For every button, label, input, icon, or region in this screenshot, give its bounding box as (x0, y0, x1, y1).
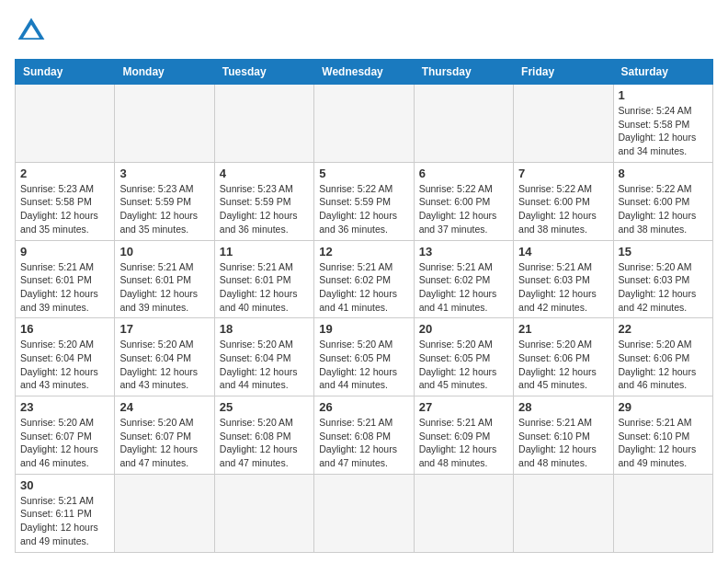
col-header-saturday: Saturday (613, 60, 712, 85)
col-header-tuesday: Tuesday (214, 60, 313, 85)
logo-icon (15, 15, 48, 48)
calendar-cell: 22Sunrise: 5:20 AMSunset: 6:06 PMDayligh… (613, 318, 712, 396)
day-info: Sunrise: 5:20 AMSunset: 6:03 PMDaylight:… (619, 260, 708, 315)
day-number: 12 (319, 245, 408, 259)
day-number: 18 (220, 322, 309, 336)
day-number: 6 (419, 167, 508, 180)
calendar-week-row: 9Sunrise: 5:21 AMSunset: 6:01 PMDaylight… (16, 240, 713, 318)
day-info: Sunrise: 5:21 AMSunset: 6:08 PMDaylight:… (319, 416, 408, 470)
day-info: Sunrise: 5:20 AMSunset: 6:07 PMDaylight:… (119, 416, 209, 470)
calendar-cell (16, 85, 115, 163)
day-info: Sunrise: 5:20 AMSunset: 6:06 PMDaylight:… (518, 338, 608, 392)
calendar-cell (115, 85, 214, 163)
calendar-cell: 21Sunrise: 5:20 AMSunset: 6:06 PMDayligh… (514, 318, 613, 396)
calendar-cell (214, 85, 313, 163)
calendar-cell: 11Sunrise: 5:21 AMSunset: 6:01 PMDayligh… (214, 240, 313, 318)
day-info: Sunrise: 5:21 AMSunset: 6:10 PMDaylight:… (518, 416, 608, 470)
day-info: Sunrise: 5:24 AMSunset: 5:58 PMDaylight:… (619, 104, 708, 158)
calendar-cell: 27Sunrise: 5:21 AMSunset: 6:09 PMDayligh… (414, 396, 513, 475)
day-info: Sunrise: 5:20 AMSunset: 6:07 PMDaylight:… (20, 416, 109, 470)
calendar-cell (414, 85, 513, 163)
day-number: 24 (119, 400, 209, 414)
col-header-wednesday: Wednesday (314, 60, 414, 85)
calendar-cell: 16Sunrise: 5:20 AMSunset: 6:04 PMDayligh… (16, 318, 115, 396)
day-number: 7 (518, 167, 608, 180)
calendar-cell: 6Sunrise: 5:22 AMSunset: 6:00 PMDaylight… (414, 162, 513, 240)
day-info: Sunrise: 5:23 AMSunset: 5:59 PMDaylight:… (220, 182, 309, 236)
calendar-week-row: 1Sunrise: 5:24 AMSunset: 5:58 PMDaylight… (16, 85, 713, 163)
calendar-cell (514, 474, 613, 552)
calendar-table: SundayMondayTuesdayWednesdayThursdayFrid… (15, 59, 713, 553)
calendar-cell: 25Sunrise: 5:20 AMSunset: 6:08 PMDayligh… (214, 396, 313, 475)
calendar-cell (414, 474, 513, 552)
day-info: Sunrise: 5:20 AMSunset: 6:04 PMDaylight:… (119, 338, 209, 392)
day-number: 21 (518, 322, 608, 336)
calendar-week-row: 30Sunrise: 5:21 AMSunset: 6:11 PMDayligh… (16, 474, 713, 552)
calendar-cell: 15Sunrise: 5:20 AMSunset: 6:03 PMDayligh… (613, 240, 712, 318)
calendar-cell (115, 474, 214, 552)
calendar-cell: 10Sunrise: 5:21 AMSunset: 6:01 PMDayligh… (115, 240, 214, 318)
day-number: 23 (20, 400, 109, 414)
day-number: 9 (20, 245, 109, 259)
col-header-sunday: Sunday (16, 60, 115, 85)
calendar-cell: 29Sunrise: 5:21 AMSunset: 6:10 PMDayligh… (613, 396, 712, 475)
day-info: Sunrise: 5:21 AMSunset: 6:02 PMDaylight:… (419, 260, 508, 315)
day-info: Sunrise: 5:21 AMSunset: 6:10 PMDaylight:… (619, 416, 708, 470)
calendar-cell: 14Sunrise: 5:21 AMSunset: 6:03 PMDayligh… (514, 240, 613, 318)
day-info: Sunrise: 5:22 AMSunset: 6:00 PMDaylight:… (419, 182, 508, 236)
calendar-cell (314, 474, 414, 552)
day-number: 30 (20, 478, 109, 492)
page-header (15, 15, 713, 48)
day-number: 11 (220, 245, 309, 259)
day-number: 3 (119, 167, 209, 180)
day-number: 2 (20, 167, 109, 180)
calendar-cell: 24Sunrise: 5:20 AMSunset: 6:07 PMDayligh… (115, 396, 214, 475)
day-number: 5 (319, 167, 408, 180)
day-info: Sunrise: 5:21 AMSunset: 6:01 PMDaylight:… (220, 260, 309, 315)
calendar-cell (314, 85, 414, 163)
day-number: 15 (619, 245, 708, 259)
day-number: 27 (419, 400, 508, 414)
day-number: 1 (619, 88, 708, 102)
day-info: Sunrise: 5:20 AMSunset: 6:04 PMDaylight:… (20, 338, 109, 392)
day-number: 16 (20, 322, 109, 336)
calendar-header-row: SundayMondayTuesdayWednesdayThursdayFrid… (16, 60, 713, 85)
day-number: 10 (119, 245, 209, 259)
calendar-cell: 7Sunrise: 5:22 AMSunset: 6:00 PMDaylight… (514, 162, 613, 240)
day-info: Sunrise: 5:21 AMSunset: 6:11 PMDaylight:… (20, 494, 109, 548)
calendar-cell: 17Sunrise: 5:20 AMSunset: 6:04 PMDayligh… (115, 318, 214, 396)
day-number: 4 (220, 167, 309, 180)
day-number: 20 (419, 322, 508, 336)
day-info: Sunrise: 5:21 AMSunset: 6:02 PMDaylight:… (319, 260, 408, 315)
logo (15, 15, 51, 48)
calendar-cell: 28Sunrise: 5:21 AMSunset: 6:10 PMDayligh… (514, 396, 613, 475)
calendar-cell: 3Sunrise: 5:23 AMSunset: 5:59 PMDaylight… (115, 162, 214, 240)
day-info: Sunrise: 5:20 AMSunset: 6:05 PMDaylight:… (419, 338, 508, 392)
calendar-week-row: 2Sunrise: 5:23 AMSunset: 5:58 PMDaylight… (16, 162, 713, 240)
calendar-cell: 13Sunrise: 5:21 AMSunset: 6:02 PMDayligh… (414, 240, 513, 318)
day-info: Sunrise: 5:20 AMSunset: 6:05 PMDaylight:… (319, 338, 408, 392)
calendar-week-row: 23Sunrise: 5:20 AMSunset: 6:07 PMDayligh… (16, 396, 713, 475)
calendar-cell: 1Sunrise: 5:24 AMSunset: 5:58 PMDaylight… (613, 85, 712, 163)
calendar-cell: 20Sunrise: 5:20 AMSunset: 6:05 PMDayligh… (414, 318, 513, 396)
day-number: 13 (419, 245, 508, 259)
calendar-cell: 4Sunrise: 5:23 AMSunset: 5:59 PMDaylight… (214, 162, 313, 240)
calendar-cell: 26Sunrise: 5:21 AMSunset: 6:08 PMDayligh… (314, 396, 414, 475)
day-info: Sunrise: 5:20 AMSunset: 6:06 PMDaylight:… (619, 338, 708, 392)
day-info: Sunrise: 5:21 AMSunset: 6:03 PMDaylight:… (518, 260, 608, 315)
calendar-cell: 8Sunrise: 5:22 AMSunset: 6:00 PMDaylight… (613, 162, 712, 240)
day-info: Sunrise: 5:20 AMSunset: 6:04 PMDaylight:… (220, 338, 309, 392)
calendar-cell: 30Sunrise: 5:21 AMSunset: 6:11 PMDayligh… (16, 474, 115, 552)
day-info: Sunrise: 5:23 AMSunset: 5:59 PMDaylight:… (119, 182, 209, 236)
day-info: Sunrise: 5:22 AMSunset: 6:00 PMDaylight:… (518, 182, 608, 236)
day-number: 22 (619, 322, 708, 336)
calendar-cell: 9Sunrise: 5:21 AMSunset: 6:01 PMDaylight… (16, 240, 115, 318)
day-info: Sunrise: 5:22 AMSunset: 5:59 PMDaylight:… (319, 182, 408, 236)
calendar-cell: 12Sunrise: 5:21 AMSunset: 6:02 PMDayligh… (314, 240, 414, 318)
calendar-cell: 2Sunrise: 5:23 AMSunset: 5:58 PMDaylight… (16, 162, 115, 240)
day-info: Sunrise: 5:21 AMSunset: 6:01 PMDaylight:… (20, 260, 109, 315)
calendar-cell (514, 85, 613, 163)
calendar-cell: 18Sunrise: 5:20 AMSunset: 6:04 PMDayligh… (214, 318, 313, 396)
day-number: 19 (319, 322, 408, 336)
day-number: 29 (619, 400, 708, 414)
